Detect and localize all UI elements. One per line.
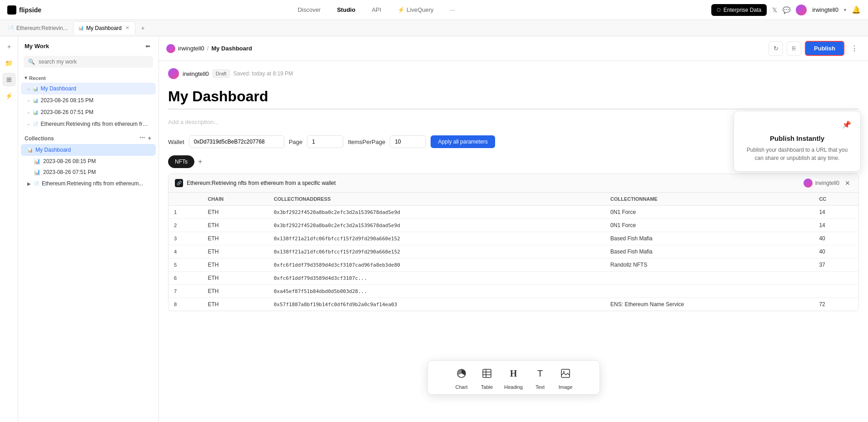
query-card-title-text: Ethereum:Retrieving nfts from ethereum f… xyxy=(187,180,336,186)
copy-button[interactable]: ⎘ xyxy=(787,41,801,56)
nav-discover[interactable]: Discover xyxy=(294,5,324,15)
table-header: CHAIN COLLECTIONADDRESS COLLECTIONNAME C… xyxy=(169,193,858,206)
recent-section[interactable]: ▾ Recent xyxy=(18,72,159,83)
table-row: 8 ETH 0x57f1887a8bf19b14fc0df6fd9b2a0c9a… xyxy=(169,298,858,311)
col-num xyxy=(169,193,202,206)
table-row: 7 ETH 0xa45ef87f51b84dbd0d5b003d28... xyxy=(169,285,858,298)
collections-more-icon[interactable]: ⋯ xyxy=(139,134,145,142)
table-icon xyxy=(479,365,495,382)
more-options-button[interactable]: ⋮ xyxy=(848,42,861,55)
nav-right: ⬡ Enterprise Data 𝕏 💬 irwingtell0 ▾ 🔔 xyxy=(711,4,861,16)
collection-label: Ethereum:Retrieving nfts from ethereum..… xyxy=(42,180,149,187)
nav-more[interactable]: ··· xyxy=(446,5,459,15)
tab-ethereum[interactable]: 📄 Ethereum:Retrievin... xyxy=(4,22,72,34)
tab-dashboard-label: My Dashboard xyxy=(86,25,122,31)
cell-name xyxy=(605,285,814,298)
notification-bell-icon[interactable]: 🔔 xyxy=(852,5,861,14)
logo[interactable]: flipside xyxy=(7,5,41,15)
wallet-input[interactable] xyxy=(189,135,284,148)
breadcrumb-page-title: My Dashboard xyxy=(211,45,252,52)
rail-plus-icon[interactable]: ＋ xyxy=(2,40,16,54)
apply-all-parameters-button[interactable]: Apply all parameters xyxy=(431,135,495,148)
data-table: CHAIN COLLECTIONADDRESS COLLECTIONNAME C… xyxy=(169,193,858,311)
nav-studio[interactable]: Studio xyxy=(333,5,359,15)
items-per-page-input[interactable] xyxy=(390,135,426,148)
cell-cc: 14 xyxy=(813,219,858,232)
tab-dashboard-icon: 📊 xyxy=(78,25,84,30)
icon-rail: ＋ 📁 ⊞ ⚡ xyxy=(0,36,18,422)
sidebar-item-2023-1[interactable]: – 📊 2023-08-26 08:15 PM ⋯ xyxy=(21,94,156,106)
cell-num: 5 xyxy=(169,258,202,272)
cell-num: 4 xyxy=(169,245,202,258)
sidebar-item-icon: – xyxy=(27,122,30,127)
draft-badge: Draft xyxy=(213,70,230,78)
cell-chain: ETH xyxy=(202,219,268,232)
toolbar-text-item[interactable]: T Text xyxy=(532,365,548,390)
enterprise-button[interactable]: ⬡ Enterprise Data xyxy=(711,4,767,16)
collections-header: Collections ⋯ ＋ xyxy=(18,130,159,144)
dashboard-body: irwingtell0 Draft Saved: today at 8:19 P… xyxy=(159,61,868,422)
cell-num: 1 xyxy=(169,206,202,219)
nav-api[interactable]: API xyxy=(368,5,385,15)
cell-cc: 14 xyxy=(813,206,858,219)
sidebar-collection-my-dashboard[interactable]: 📊 My Dashboard xyxy=(21,144,156,156)
sidebar-item-icon: – xyxy=(27,98,30,103)
sidebar-pin-icon[interactable]: ⬅ xyxy=(144,42,152,50)
cell-chain: ETH xyxy=(202,232,268,245)
tab-dashboard[interactable]: 📊 My Dashboard ✕ xyxy=(73,21,135,35)
table-container: CHAIN COLLECTIONADDRESS COLLECTIONNAME C… xyxy=(169,193,858,311)
table-label: Table xyxy=(481,384,493,390)
sidebar-collection-2023-1[interactable]: 📊 2023-08-26 08:15 PM xyxy=(21,156,156,167)
tab-close-button[interactable]: ✕ xyxy=(124,25,130,31)
top-nav: flipside Discover Studio API ⚡ LiveQuery… xyxy=(0,0,868,20)
wallet-label: Wallet xyxy=(168,139,184,145)
refresh-button[interactable]: ↻ xyxy=(769,41,783,56)
user-avatar[interactable] xyxy=(796,5,807,15)
pin-icon[interactable]: 📌 xyxy=(842,120,851,129)
user-name[interactable]: irwingtell0 xyxy=(812,6,838,13)
nfts-tab[interactable]: NFTs xyxy=(168,155,194,168)
cell-address: 0x3bf2922f4520a8ba0c2efc3d2a1539678dad5e… xyxy=(268,206,605,219)
page-input[interactable] xyxy=(307,135,343,148)
twitter-icon[interactable]: 𝕏 xyxy=(772,6,777,14)
text-icon: T xyxy=(532,365,548,382)
toolbar-table-item[interactable]: Table xyxy=(479,365,495,390)
query-card-header: 🔗 Ethereum:Retrieving nfts from ethereum… xyxy=(169,174,858,193)
query-card-close-button[interactable]: ✕ xyxy=(843,179,852,188)
discord-icon[interactable]: 💬 xyxy=(783,6,790,14)
sidebar-item-2023-2[interactable]: – 📊 2023-08-26 07:51 PM ⋯ xyxy=(21,106,156,118)
col-cc: CC xyxy=(813,193,858,206)
toolbar-image-item[interactable]: Image xyxy=(557,365,574,390)
sidebar-title: My Work xyxy=(25,43,49,50)
toolbar-heading-item[interactable]: H Heading xyxy=(504,365,523,390)
add-tab-button[interactable]: + xyxy=(198,158,202,166)
nav-livequery[interactable]: ⚡ LiveQuery xyxy=(394,5,437,15)
table-row: 4 ETH 0x138ff21a21dfc06fbfccf15f2d9fd290… xyxy=(169,245,858,258)
rail-grid-icon[interactable]: ⊞ xyxy=(2,73,16,86)
breadcrumb-avatar xyxy=(166,44,175,53)
search-input[interactable] xyxy=(39,59,149,65)
query-card-user-avatar xyxy=(804,179,813,188)
sidebar-collection-ethereum[interactable]: ▶ 📄 Ethereum:Retrieving nfts from ethere… xyxy=(21,178,156,189)
cell-cc: 37 xyxy=(813,258,858,272)
sidebar-item-my-dashboard[interactable]: – 📊 My Dashboard ⋯ xyxy=(21,83,156,94)
collections-add-icon[interactable]: ＋ xyxy=(147,134,152,142)
sidebar-collection-2023-2[interactable]: 📊 2023-08-26 07:51 PM xyxy=(21,167,156,178)
rail-lightning-icon[interactable]: ⚡ xyxy=(2,89,16,103)
sidebar-item-icon: – xyxy=(27,110,30,115)
collection-icon: 📊 xyxy=(34,169,40,175)
publish-button[interactable]: Publish xyxy=(805,41,844,56)
toolbar-right: ↻ ⎘ Publish ⋮ xyxy=(769,41,861,56)
rail-folder-icon[interactable]: 📁 xyxy=(2,56,16,70)
publish-popup-header: 📌 xyxy=(743,120,851,129)
author-name: irwingtell0 xyxy=(183,70,209,77)
toolbar-chart-item[interactable]: Chart xyxy=(453,365,470,390)
recent-label: Recent xyxy=(29,75,46,81)
logo-icon xyxy=(7,5,16,15)
enterprise-icon: ⬡ xyxy=(717,7,721,12)
sidebar-item-ethereum[interactable]: – 📄 Ethereum:Retrieving nfts from ethere… xyxy=(21,118,156,130)
add-tab-button[interactable]: ＋ xyxy=(136,22,149,34)
query-card: 🔗 Ethereum:Retrieving nfts from ethereum… xyxy=(168,174,859,311)
dashboard-title-input[interactable] xyxy=(168,84,859,109)
collection-label: 2023-08-26 08:15 PM xyxy=(43,158,149,164)
